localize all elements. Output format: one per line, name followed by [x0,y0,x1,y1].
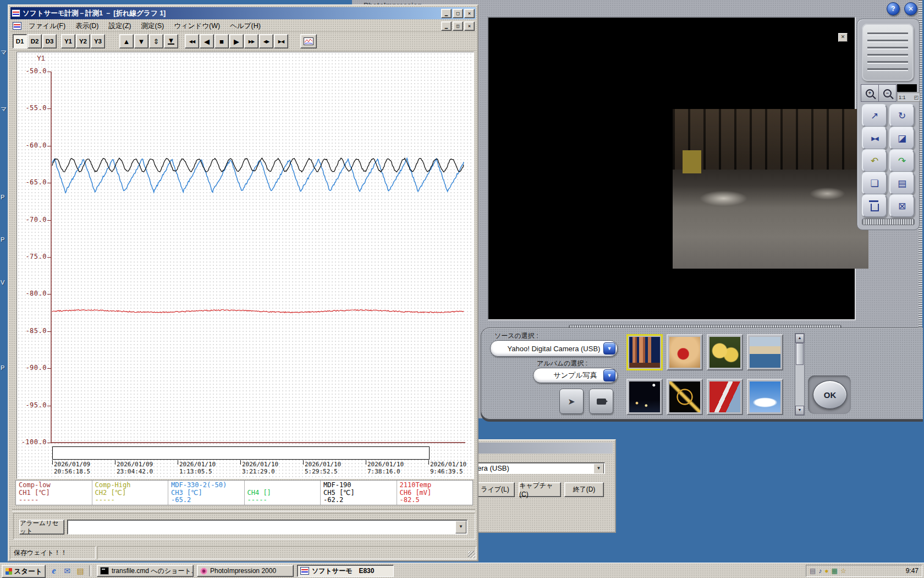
jump-start-icon: ◀◀ [189,39,195,44]
menu-item[interactable]: 測定(S) [136,20,169,32]
zoom-out-button[interactable]: − [878,84,897,102]
video-capture-button[interactable] [589,389,613,414]
step-forward-icon: ▶ [234,37,239,46]
thumbnail-harbor-town[interactable] [747,334,783,370]
scroll-up-button[interactable]: ▲ [119,34,134,48]
toolbar-button-d1[interactable]: D1 [13,34,27,48]
title-bar[interactable]: ソフトサーモ計測－計測1 － [折れ線グラフ 1] ▁ □ ✕ [10,7,476,19]
minimize-button[interactable]: ▁ [441,9,452,18]
page-down-button[interactable]: ▼ [164,34,178,48]
maximize-button[interactable]: □ [453,9,463,18]
dialog-button-1[interactable]: ライブ(L) [475,482,515,497]
thumbnail-scrollbar[interactable]: ▲ ▼ [795,333,805,416]
viewer-close-icon[interactable]: ✕ [838,33,848,42]
scroll-down-icon[interactable]: ▼ [795,406,804,415]
copy-button[interactable]: ❏ [862,172,887,195]
stop-button[interactable]: ■ [215,34,229,48]
menu-item[interactable]: 表示(D) [70,20,103,32]
x-tick-mark [428,460,429,465]
status-icon[interactable]: ● [824,568,828,574]
child-minimize-button[interactable]: ▁ [441,21,452,31]
undo-button[interactable]: ↶ [862,149,887,172]
desktop-icon-label[interactable]: P [1,364,4,371]
album-select[interactable]: サンプル写真 ▼ [533,368,618,383]
x-range-box[interactable] [52,446,430,460]
toolbar-button-d2[interactable]: D2 [28,34,42,48]
task-button-3[interactable]: ソフトサーモ E830 [297,565,394,577]
line-graph-button[interactable] [300,34,317,48]
step-forward-button[interactable]: ▶ [229,34,244,48]
child-restore-button[interactable]: ◫ [453,21,463,31]
ok-button[interactable]: OK [813,380,847,409]
trash-button[interactable] [862,194,887,217]
dialog-button-2[interactable]: キャプチャ(C) [519,482,561,497]
thumbnail-red-rock-spires[interactable] [626,334,663,370]
display-icon[interactable]: ▦ [832,568,838,574]
menu-item[interactable]: ヘルプ(H) [225,20,266,32]
close-button[interactable]: ✕ [904,2,917,15]
internet-explorer-icon[interactable]: e [48,565,59,576]
expand-vertical-button[interactable]: ⇕ [149,34,163,48]
help-button[interactable]: ? [887,2,900,15]
thumbnail-cardinal-bird[interactable] [667,334,703,370]
menu-item[interactable]: ウィンドウ(W) [169,20,225,32]
favorites-icon[interactable]: ☆ [840,568,846,574]
rotate-button[interactable]: ↻ [889,104,915,127]
paste-button[interactable]: ▤ [889,172,915,195]
remove-frame-button[interactable]: ⊠ [889,194,915,217]
zoom-in-button[interactable]: + [861,84,879,102]
child-close-button[interactable]: ✕ [464,21,475,31]
task-button-1[interactable]: transfile.cmd へのショート... [97,565,194,577]
thumbnail-light-spiral[interactable] [667,379,703,415]
toolbar-button-y3[interactable]: Y3 [91,34,105,48]
toolbar-button-d3[interactable]: D3 [42,34,57,48]
redo-button[interactable]: ↷ [889,149,915,172]
document-icon[interactable]: ▤ [810,568,816,574]
expand-horizontal-button[interactable]: ◀▶ [259,34,273,48]
desktop-icon-label[interactable]: P [1,236,4,243]
start-label: スタート [14,567,42,576]
scrollbar-thumb[interactable] [796,343,804,365]
chevron-down-icon[interactable]: ▼ [593,464,604,474]
show-desktop-icon[interactable]: ▤ [75,565,86,576]
thumbnail-sky-clouds[interactable] [747,379,783,415]
volume-icon[interactable]: ♪ [818,568,822,574]
app-icon [12,9,20,17]
desktop-icon-label[interactable]: マ [1,48,7,57]
mail-icon[interactable]: ✉ [62,565,73,576]
thumbnail-ship-flag[interactable] [707,379,743,415]
fit-to-window-button[interactable]: ↗ [862,104,887,127]
thumbnail-yellow-flowers[interactable] [707,334,743,370]
toolbar-button-y1[interactable]: Y1 [61,34,75,48]
cascade-icon[interactable]: ◰ [914,95,919,100]
start-button[interactable]: スタート [2,565,46,578]
chevron-down-icon[interactable]: ▼ [603,342,615,355]
acquire-button[interactable]: ➤ [559,389,584,414]
fit-to-window-icon: ↗ [871,110,878,122]
menu-item[interactable]: ファイル(F) [24,20,70,32]
chevron-down-icon[interactable]: ▼ [603,369,615,381]
source-select[interactable]: Yahoo! Digital Camera (USB) ▼ [490,340,618,357]
alarm-combo[interactable]: ▼ [67,520,468,535]
jump-end-button[interactable]: ▶▶ [244,34,258,48]
desktop-icon-label[interactable]: P [1,194,4,200]
chevron-down-icon[interactable]: ▼ [455,521,466,533]
flip-horizontal-button[interactable]: ▶◀ [862,127,887,150]
jump-start-button[interactable]: ◀◀ [185,34,199,48]
task-button-2[interactable]: PhotoImpression 2000 [197,565,294,577]
desktop-icon-label[interactable]: マ [1,105,7,113]
dialog-button-3[interactable]: 終了(D) [564,482,604,497]
thumbnail-night-city[interactable] [626,379,663,415]
compress-horizontal-button[interactable]: ▶◀ [274,34,288,48]
rotate-selection-button[interactable]: ◪ [889,127,915,150]
toolbar-button-y2[interactable]: Y2 [76,34,90,48]
scroll-up-icon[interactable]: ▲ [795,334,804,343]
desktop-icon-label[interactable]: V [1,279,4,286]
alarm-reset-button[interactable]: アラームリセット [19,520,64,535]
close-button[interactable]: ✕ [464,9,475,18]
scroll-down-button[interactable]: ▼ [134,34,148,48]
step-back-button[interactable]: ◀ [200,34,214,48]
resize-grip[interactable] [468,551,475,558]
menu-item[interactable]: 設定(Z) [104,20,136,32]
source-value: Yahoo! Digital Camera (USB) [508,345,601,353]
